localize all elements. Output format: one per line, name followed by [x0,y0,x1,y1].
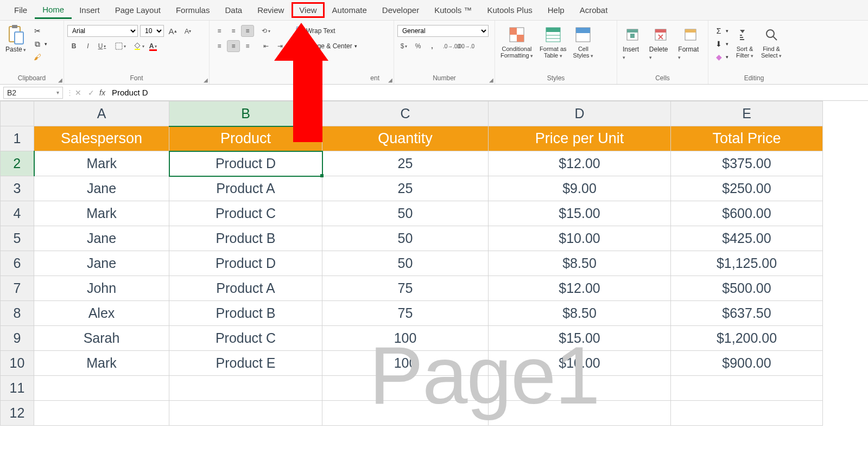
tab-review[interactable]: Review [250,2,292,18]
tab-page-layout[interactable]: Page Layout [107,2,168,18]
cell-C4[interactable]: 50 [322,201,489,226]
cell-D4[interactable]: $15.00 [489,201,671,226]
tab-file[interactable]: File [7,2,35,18]
enter-formula-icon[interactable]: ✓ [86,88,96,98]
select-all-corner[interactable] [1,101,34,126]
cell-D3[interactable]: $9.00 [489,176,671,201]
tab-kutools-[interactable]: Kutools ™ [427,2,479,18]
header-cell[interactable]: Salesperson [34,126,169,151]
spreadsheet-grid[interactable]: ABCDE1SalespersonProductQuantityPrice pe… [0,101,823,426]
delete-cells-button[interactable]: Delete [647,23,674,63]
cell-B6[interactable]: Product D [169,251,322,276]
number-launcher[interactable]: ◢ [489,77,493,83]
font-name-select[interactable]: Arial [67,25,138,37]
cell-B5[interactable]: Product B [169,226,322,251]
row-header-5[interactable]: 5 [1,226,34,251]
row-header-6[interactable]: 6 [1,251,34,276]
cell-E8[interactable]: $637.50 [671,301,823,326]
cell-C9[interactable]: 100 [322,326,489,351]
cell-A2[interactable]: Mark [34,151,169,176]
cell-B9[interactable]: Product C [169,326,322,351]
cell-D12[interactable] [489,401,671,426]
header-cell[interactable]: Total Price [671,126,823,151]
tab-insert[interactable]: Insert [72,2,107,18]
cell-C6[interactable]: 50 [322,251,489,276]
header-cell[interactable]: Quantity [322,126,489,151]
tab-help[interactable]: Help [540,2,572,18]
tab-home[interactable]: Home [35,2,72,19]
clear-button[interactable]: ◆▾ [712,51,731,63]
cell-C7[interactable]: 75 [322,276,489,301]
cell-A11[interactable] [34,376,169,401]
tab-automate[interactable]: Automate [325,2,375,18]
cell-C11[interactable] [322,376,489,401]
row-header-12[interactable]: 12 [1,401,34,426]
orientation-button[interactable]: ⟲ [259,25,273,37]
cell-C12[interactable] [322,401,489,426]
cell-A12[interactable] [34,401,169,426]
formula-input[interactable] [109,87,868,98]
cell-A7[interactable]: John [34,276,169,301]
fx-icon[interactable]: fx [99,88,105,97]
cell-D8[interactable]: $8.50 [489,301,671,326]
cell-E11[interactable] [671,376,823,401]
font-color-button[interactable]: A [147,40,160,52]
row-header-1[interactable]: 1 [1,126,34,151]
cell-B7[interactable]: Product A [169,276,322,301]
cell-E10[interactable]: $900.00 [671,351,823,376]
increase-decimal-button[interactable]: .0→.00 [445,40,458,52]
tab-developer[interactable]: Developer [375,2,427,18]
font-size-select[interactable]: 10 [140,25,164,37]
underline-button[interactable]: U [96,40,109,52]
header-cell[interactable]: Product [169,126,322,151]
merge-center-button[interactable]: Merge & Center ▾ [292,40,359,52]
bold-button[interactable]: B [67,40,80,52]
cell-D7[interactable]: $12.00 [489,276,671,301]
cell-A5[interactable]: Jane [34,226,169,251]
cell-D10[interactable]: $10.00 [489,351,671,376]
cell-C5[interactable]: 50 [322,226,489,251]
accounting-format-button[interactable]: $ [397,40,410,52]
cell-B8[interactable]: Product B [169,301,322,326]
col-header-B[interactable]: B [169,101,322,126]
cell-D6[interactable]: $8.50 [489,251,671,276]
insert-cells-button[interactable]: Insert [620,23,645,63]
cell-styles-button[interactable]: CellStyles [571,23,595,61]
cut-button[interactable]: ✂ [30,25,49,37]
align-middle-button[interactable]: ≡ [227,25,240,37]
cell-E2[interactable]: $375.00 [671,151,823,176]
cancel-formula-icon[interactable]: ✕ [73,88,83,98]
cell-D5[interactable]: $10.00 [489,226,671,251]
cell-E4[interactable]: $600.00 [671,201,823,226]
align-bottom-button[interactable]: ≡ [241,25,254,37]
sort-filter-button[interactable]: Sort &Filter [733,23,757,61]
cell-B4[interactable]: Product C [169,201,322,226]
number-format-select[interactable]: General [397,25,489,37]
decrease-indent-button[interactable]: ⇤ [259,40,273,52]
row-header-8[interactable]: 8 [1,301,34,326]
fill-button[interactable]: ⬇▾ [712,38,731,50]
col-header-C[interactable]: C [322,101,489,126]
cell-B3[interactable]: Product A [169,176,322,201]
tab-formulas[interactable]: Formulas [168,2,218,18]
cell-E9[interactable]: $1,200.00 [671,326,823,351]
cell-C10[interactable]: 100 [322,351,489,376]
row-header-4[interactable]: 4 [1,201,34,226]
align-right-button[interactable]: ≡ [241,40,254,52]
tab-data[interactable]: Data [217,2,250,18]
paste-button[interactable]: Paste [3,23,28,55]
cell-E12[interactable] [671,401,823,426]
cell-D2[interactable]: $12.00 [489,151,671,176]
increase-font-button[interactable]: A▴ [166,25,179,37]
comma-format-button[interactable]: , [426,40,439,52]
increase-indent-button[interactable]: ⇥ [274,40,287,52]
tab-kutools-plus[interactable]: Kutools Plus [479,2,540,18]
alignment-launcher[interactable]: ◢ [388,77,392,83]
col-header-D[interactable]: D [489,101,671,126]
cell-C3[interactable]: 25 [322,176,489,201]
cell-A9[interactable]: Sarah [34,326,169,351]
percent-format-button[interactable]: % [411,40,425,52]
cell-E3[interactable]: $250.00 [671,176,823,201]
align-left-button[interactable]: ≡ [213,40,226,52]
cell-B2[interactable]: Product D [169,151,322,176]
